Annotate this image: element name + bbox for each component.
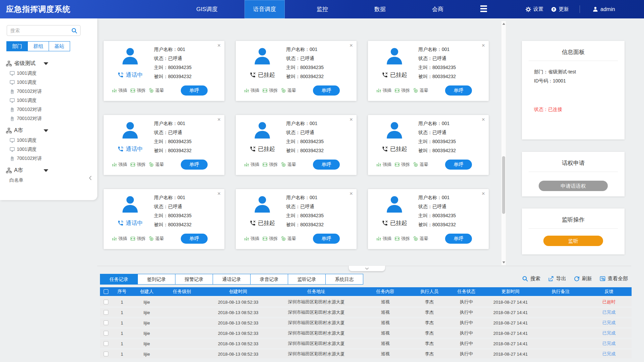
sidebar-tab[interactable]: 部门	[6, 41, 28, 51]
force-insert-button[interactable]: 强插	[244, 162, 259, 168]
single-call-button[interactable]: 单呼	[445, 160, 472, 170]
record-tab[interactable]: 系统日志	[325, 274, 363, 285]
single-call-button[interactable]: 单呼	[445, 234, 472, 244]
close-icon[interactable]: ×	[217, 43, 221, 48]
force-insert-button[interactable]: 强插	[112, 87, 127, 94]
update-button[interactable]: 更新	[551, 0, 569, 18]
search-button[interactable]: 搜索	[522, 276, 540, 282]
record-tab[interactable]: 录音记录	[250, 274, 288, 285]
close-icon[interactable]: ×	[482, 191, 485, 196]
remote-stun-button[interactable]: 遥晕	[149, 162, 164, 168]
panel-collapse-handle[interactable]	[349, 266, 385, 271]
row-checkbox[interactable]	[104, 352, 108, 356]
force-insert-button[interactable]: 强插	[376, 87, 391, 94]
tree-group[interactable]: A市	[0, 125, 97, 136]
tree-group[interactable]: A市	[0, 165, 97, 176]
select-all-checkbox[interactable]	[104, 289, 108, 294]
force-break-button[interactable]: 强拆	[394, 87, 410, 94]
top-nav-item[interactable]: GIS调度	[178, 0, 236, 18]
feedback-link[interactable]: 已完成	[602, 320, 615, 325]
row-checkbox[interactable]	[104, 300, 108, 304]
close-icon[interactable]: ×	[350, 117, 353, 122]
record-tab[interactable]: 签到记录	[138, 274, 175, 285]
tree-item[interactable]: 1001调度	[0, 145, 97, 154]
tree-group[interactable]: 省级测试	[0, 58, 97, 69]
remote-stun-button[interactable]: 遥晕	[149, 236, 164, 242]
feedback-link[interactable]: 已完成	[602, 341, 615, 346]
top-nav-item[interactable]: 语音调度	[236, 0, 293, 18]
settings-button[interactable]: 设置	[525, 0, 543, 18]
viewall-button[interactable]: 查看全部	[599, 276, 628, 282]
record-tab[interactable]: 报警记录	[175, 274, 213, 285]
tree-item[interactable]: 1001调度	[0, 78, 97, 87]
force-break-button[interactable]: 强拆	[130, 236, 146, 242]
feedback-link[interactable]: 已超时	[602, 299, 615, 304]
top-nav-item[interactable]: 会商	[409, 0, 467, 18]
request-floor-button[interactable]: 申请话语权	[539, 181, 608, 191]
force-insert-button[interactable]: 强插	[244, 87, 259, 94]
remote-stun-button[interactable]: 遥晕	[413, 236, 428, 242]
force-break-button[interactable]: 强拆	[130, 162, 146, 168]
caret-down-icon[interactable]	[44, 129, 48, 132]
search-icon[interactable]	[71, 27, 77, 34]
row-checkbox[interactable]	[104, 310, 108, 315]
main-scrollbar[interactable]	[501, 21, 506, 265]
force-break-button[interactable]: 强拆	[262, 162, 278, 168]
single-call-button[interactable]: 单呼	[313, 234, 340, 244]
close-icon[interactable]: ×	[482, 117, 485, 122]
force-insert-button[interactable]: 强插	[376, 236, 391, 242]
remote-stun-button[interactable]: 遥晕	[413, 87, 428, 94]
feedback-link[interactable]: 已完成	[602, 330, 615, 336]
single-call-button[interactable]: 单呼	[445, 85, 472, 96]
tree-item[interactable]: 白名单	[0, 176, 97, 185]
force-insert-button[interactable]: 强插	[112, 162, 127, 168]
force-break-button[interactable]: 强拆	[130, 87, 146, 94]
force-insert-button[interactable]: 强插	[112, 236, 127, 242]
caret-down-icon[interactable]	[44, 169, 48, 172]
force-insert-button[interactable]: 强插	[244, 236, 259, 242]
tree-item[interactable]: 700102对讲	[0, 114, 97, 123]
export-button[interactable]: 导出	[548, 276, 566, 282]
feedback-link[interactable]: 已完成	[602, 351, 615, 356]
sidebar-collapse-button[interactable]	[87, 175, 94, 184]
scrollbar-thumb[interactable]	[502, 156, 505, 214]
remote-stun-button[interactable]: 遥晕	[413, 162, 428, 168]
tree-item[interactable]: 700102对讲	[0, 105, 97, 114]
top-nav-item[interactable]: 监控	[293, 0, 351, 18]
remote-stun-button[interactable]: 遥晕	[281, 236, 296, 242]
close-icon[interactable]: ×	[350, 191, 353, 196]
user-menu[interactable]: admin	[592, 0, 615, 18]
single-call-button[interactable]: 单呼	[181, 234, 208, 244]
force-break-button[interactable]: 强拆	[262, 87, 278, 94]
force-break-button[interactable]: 强拆	[262, 236, 278, 242]
tree-item[interactable]: 700102对讲	[0, 87, 97, 96]
sidebar-tab[interactable]: 群组	[28, 41, 49, 51]
close-icon[interactable]: ×	[217, 191, 221, 196]
row-checkbox[interactable]	[104, 320, 108, 325]
remote-stun-button[interactable]: 遥晕	[281, 162, 296, 168]
single-call-button[interactable]: 单呼	[313, 160, 340, 170]
menu-icon[interactable]	[480, 5, 487, 13]
tree-item[interactable]: 1001调度	[0, 69, 97, 78]
record-tab[interactable]: 通话记录	[213, 274, 251, 285]
single-call-button[interactable]: 单呼	[313, 85, 340, 96]
monitor-button[interactable]: 监听	[543, 236, 603, 246]
remote-stun-button[interactable]: 遥晕	[149, 87, 164, 94]
tree-item[interactable]: 700102对讲	[0, 154, 97, 163]
remote-stun-button[interactable]: 遥晕	[281, 87, 296, 94]
caret-down-icon[interactable]	[44, 62, 48, 65]
record-tab[interactable]: 任务记录	[100, 274, 138, 285]
close-icon[interactable]: ×	[350, 43, 353, 48]
scroll-down-icon[interactable]	[502, 261, 505, 263]
top-nav-item[interactable]: 数据	[351, 0, 409, 18]
close-icon[interactable]: ×	[217, 117, 221, 122]
force-insert-button[interactable]: 强插	[376, 162, 391, 168]
sidebar-tab[interactable]: 基站	[49, 41, 70, 51]
row-checkbox[interactable]	[104, 341, 108, 346]
tree-item[interactable]: 1001调度	[0, 96, 97, 105]
record-tab[interactable]: 监听记录	[288, 274, 326, 285]
single-call-button[interactable]: 单呼	[181, 160, 208, 170]
refresh-button[interactable]: 刷新	[574, 276, 592, 282]
single-call-button[interactable]: 单呼	[181, 85, 208, 96]
search-input[interactable]	[10, 26, 70, 35]
